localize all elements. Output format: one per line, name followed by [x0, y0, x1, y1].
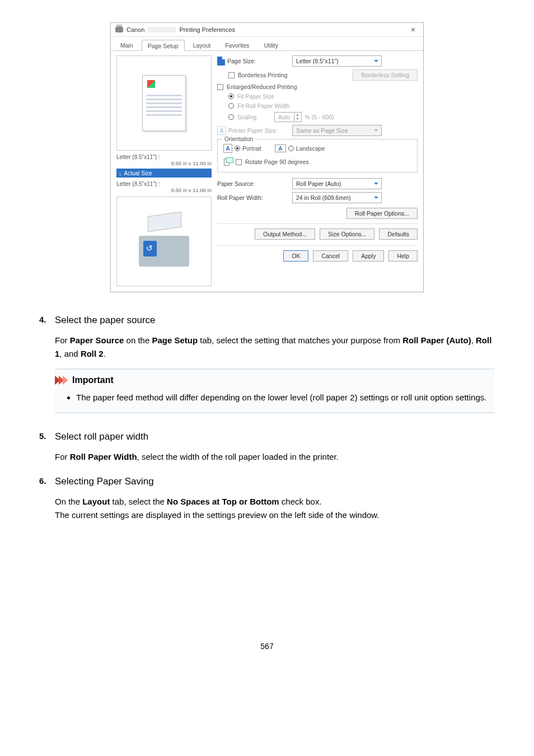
printer-icon: [115, 27, 123, 32]
step-4-title: Select the paper source: [55, 315, 495, 326]
size-options-button[interactable]: Size Options...: [320, 228, 374, 240]
step-4-number: 4.: [39, 315, 55, 427]
enlarged-reduced-label: Enlarged/Reduced Printing: [227, 83, 297, 90]
orientation-group: Orientation A Portrait A Landscape: [217, 139, 418, 172]
important-bullet: The paper feed method will differ depend…: [76, 391, 495, 404]
borderless-printing-checkbox[interactable]: [228, 72, 235, 78]
apply-button[interactable]: Apply: [353, 250, 384, 262]
landscape-radio[interactable]: [288, 146, 294, 151]
scaling-spinner: Auto ▲▼: [274, 112, 302, 122]
orientation-title: Orientation: [222, 136, 255, 142]
step-4: 4. Select the paper source For Paper Sou…: [39, 315, 495, 427]
tab-strip: Main Page Setup Layout Favorites Utility: [111, 37, 423, 51]
important-title: Important: [72, 375, 114, 385]
rotate-90-checkbox[interactable]: [236, 159, 242, 165]
printer-paper-icon: A: [217, 126, 226, 135]
close-icon[interactable]: ×: [407, 25, 419, 34]
defaults-button[interactable]: Defaults: [379, 228, 418, 240]
step-5-title: Select roll paper width: [55, 431, 495, 442]
tab-favorites[interactable]: Favorites: [219, 39, 255, 50]
portrait-icon: A: [223, 144, 232, 153]
fit-roll-width-label: Fit Roll Paper Width: [237, 102, 289, 109]
title-vendor: Canon: [127, 26, 144, 33]
output-method-button[interactable]: Output Method...: [255, 228, 315, 240]
printing-preferences-dialog: Canon Printing Preferences × Main Page S…: [110, 22, 424, 292]
fit-roll-width-radio: [228, 103, 234, 109]
portrait-label: Portrait: [242, 145, 261, 152]
page-number: 567: [39, 642, 495, 651]
paper-source-label: Paper Source:: [217, 180, 289, 187]
printer-paper-size-select: Same as Page Size: [292, 125, 382, 136]
preview-caption-1: Letter (8.5"x11") : 8.50 in x 11.00 in: [116, 154, 212, 166]
help-button[interactable]: Help: [388, 250, 418, 262]
paper-source-select[interactable]: Roll Paper (Auto): [292, 178, 382, 189]
step-5: 5. Select roll paper width For Roll Pape…: [39, 431, 495, 472]
fit-paper-size-radio: [228, 94, 234, 99]
tab-utility[interactable]: Utility: [257, 39, 284, 50]
borderless-printing-label: Borderless Printing: [238, 72, 288, 78]
printer-paper-size-label: A Printer Paper Size:: [217, 126, 289, 135]
page-size-select[interactable]: Letter (8.5"x11"): [292, 55, 382, 67]
roll-paper-width-select[interactable]: 24 in Roll (609.6mm): [292, 192, 382, 203]
settings-column: Page Size: Letter (8.5"x11") Borderless …: [217, 55, 418, 286]
title-model-redacted: [148, 27, 176, 32]
cancel-button[interactable]: Cancel: [313, 250, 348, 262]
step-6-number: 6.: [39, 476, 55, 530]
page-size-label: Page Size:: [217, 57, 289, 66]
rotate-90-label: Rotate Page 90 degrees: [245, 158, 309, 165]
preview-caption-2: Letter (8.5"x11") : 8.50 in x 11.00 in: [116, 181, 212, 193]
scaling-label: Scaling: [237, 114, 271, 120]
page-preview: [116, 55, 212, 151]
actual-size-bar: ↓ Actual Size: [116, 169, 212, 178]
printer-preview: [116, 197, 212, 286]
step-6-text: On the Layout tab, select the No Spaces …: [55, 495, 495, 522]
step-5-number: 5.: [39, 431, 55, 472]
fit-paper-size-label: Fit Paper Size: [237, 93, 274, 100]
dialog-titlebar: Canon Printing Preferences ×: [111, 23, 423, 37]
borderless-setting-button[interactable]: Borderless Setting: [353, 69, 418, 81]
title-suffix: Printing Preferences: [179, 26, 235, 33]
step-6: 6. Selecting Paper Saving On the Layout …: [39, 476, 495, 530]
scaling-radio: [228, 114, 234, 120]
landscape-label: Landscape: [296, 145, 325, 152]
roll-paper-width-label: Roll Paper Width:: [217, 194, 289, 201]
tab-page-setup[interactable]: Page Setup: [142, 40, 185, 51]
step-5-text: For Roll Paper Width, select the width o…: [55, 450, 495, 464]
landscape-icon: A: [275, 144, 286, 152]
step-4-text: For Paper Source on the Page Setup tab, …: [55, 334, 495, 361]
step-6-title: Selecting Paper Saving: [55, 476, 495, 487]
scaling-range: % (5 - 600): [305, 114, 334, 120]
tab-layout[interactable]: Layout: [187, 39, 217, 50]
enlarged-reduced-checkbox[interactable]: [217, 84, 223, 90]
page-size-icon: [217, 57, 225, 66]
portrait-radio[interactable]: [235, 146, 240, 151]
ok-button[interactable]: OK: [283, 250, 308, 262]
down-arrow-icon: ↓: [119, 170, 122, 176]
dialog-footer: OK Cancel Apply Help: [217, 245, 418, 262]
tab-main[interactable]: Main: [114, 39, 139, 50]
preview-column: Letter (8.5"x11") : 8.50 in x 11.00 in ↓…: [116, 55, 212, 286]
important-icon: [55, 376, 67, 385]
roll-paper-options-button[interactable]: Roll Paper Options...: [346, 208, 418, 219]
important-callout: Important The paper feed method will dif…: [55, 368, 495, 413]
rotate-icon: [223, 157, 232, 166]
